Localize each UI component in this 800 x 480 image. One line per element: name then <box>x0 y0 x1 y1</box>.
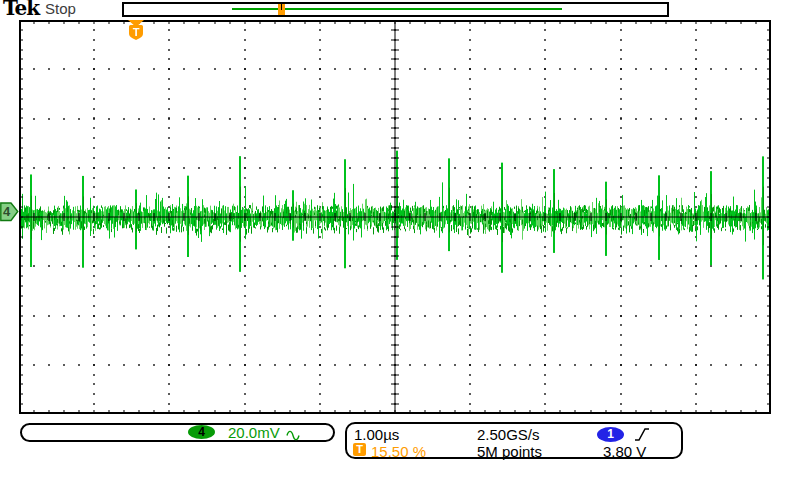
trigger-position-readout: 15.50 % <box>371 444 426 459</box>
ac-coupling-icon <box>286 427 301 445</box>
channel-readout-box: 4 20.0mV <box>20 423 335 442</box>
acquisition-status: Stop <box>45 0 76 17</box>
trigger-flag-label: T <box>133 26 140 38</box>
record-view-bar <box>122 2 669 17</box>
record-trigger-position-marker[interactable] <box>278 4 285 15</box>
channel-marker-label: 4 <box>3 204 11 219</box>
graticule-canvas <box>19 20 771 414</box>
trigger-level-readout: 3.80 V <box>603 444 646 459</box>
trigger-marker-core <box>281 4 282 10</box>
trigger-position-icon: T <box>353 443 366 456</box>
record-length-readout: 5M points <box>477 444 542 459</box>
timebase-readout: 1.00µs <box>354 427 399 442</box>
trigger-position-flag[interactable]: T <box>127 20 145 41</box>
channel-scale: 20.0mV <box>228 425 280 440</box>
trigger-source-badge: 1 <box>597 427 624 442</box>
horizontal-trigger-readout-box: 1.00µs 2.50GS/s 1 T 15.50 % 5M points 3.… <box>345 422 683 459</box>
sample-rate-readout: 2.50GS/s <box>477 427 540 442</box>
scope-screen <box>19 20 771 414</box>
tek-logo: Tek <box>3 0 39 20</box>
channel-position-marker[interactable]: 4 <box>0 202 19 222</box>
channel-badge: 4 <box>188 425 215 439</box>
